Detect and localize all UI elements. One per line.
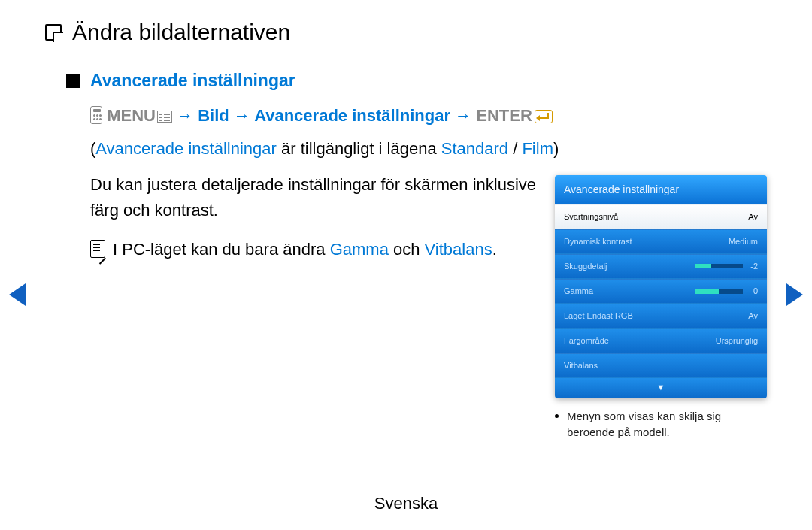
note-icon — [90, 240, 105, 258]
enter-label: ENTER — [476, 106, 532, 125]
osd-row-value: Medium — [729, 235, 758, 248]
osd-row[interactable]: FärgområdeUrsprunglig — [555, 329, 767, 353]
osd-row[interactable]: Gamma0 — [555, 279, 767, 304]
osd-row-label: Vitbalans — [564, 359, 598, 372]
next-page-button[interactable] — [786, 283, 803, 306]
osd-row-label: Gamma — [564, 285, 593, 298]
osd-row-value: -2 — [747, 260, 758, 273]
osd-row-value: Av — [748, 310, 758, 323]
osd-row[interactable]: Dynamisk kontrastMedium — [555, 229, 767, 254]
osd-row-value: 0 — [747, 285, 758, 298]
remote-icon — [90, 106, 102, 124]
osd-row[interactable]: Skuggdetalj-2 — [555, 254, 767, 279]
osd-row[interactable]: Vitbalans — [555, 353, 767, 378]
page-title-row: Ändra bildalternativen — [45, 20, 767, 45]
footer-language: Svenska — [0, 494, 812, 513]
path-step-bild: Bild — [198, 106, 229, 125]
page-title-icon — [45, 24, 62, 41]
section-header: Avancerade inställningar — [66, 71, 767, 91]
menu-icon — [157, 111, 172, 123]
menu-label: MENU — [107, 106, 156, 125]
section-bullet-icon — [66, 74, 80, 88]
osd-row-label: Läget Endast RGB — [564, 310, 633, 323]
osd-row-value: Ursprunglig — [716, 335, 758, 347]
panel-disclaimer: Menyn som visas kan skilja sig beroende … — [555, 409, 767, 440]
enter-icon — [535, 110, 553, 123]
body-text: Du kan justera detaljerade inställningar… — [90, 172, 541, 223]
osd-row-value: Av — [748, 210, 758, 223]
osd-row-label: Svärtningsnivå — [564, 210, 618, 223]
osd-row-label: Färgområde — [564, 335, 609, 347]
osd-row-label: Dynamisk kontrast — [564, 235, 632, 248]
osd-row[interactable]: Läget Endast RGBAv — [555, 304, 767, 329]
prev-page-button[interactable] — [9, 283, 26, 306]
page-title: Ändra bildalternativen — [72, 20, 290, 45]
availability-line: (Avancerade inställningar är tillgänglig… — [90, 136, 767, 162]
osd-scroll-down[interactable]: ▼ — [555, 378, 767, 398]
menu-path: MENU → Bild → Avancerade inställningar →… — [90, 103, 767, 129]
osd-slider[interactable]: -2 — [695, 260, 758, 273]
osd-title: Avancerade inställningar — [555, 175, 767, 204]
section-title: Avancerade inställningar — [90, 71, 295, 91]
osd-row[interactable]: SvärtningsnivåAv — [555, 204, 767, 229]
osd-slider[interactable]: 0 — [695, 285, 758, 298]
osd-panel: Avancerade inställningar SvärtningsnivåA… — [555, 175, 767, 398]
osd-row-label: Skuggdetalj — [564, 260, 607, 273]
pc-mode-note: I PC-läget kan du bara ändra Gamma och V… — [90, 237, 541, 262]
path-step-advanced: Avancerade inställningar — [254, 106, 450, 125]
